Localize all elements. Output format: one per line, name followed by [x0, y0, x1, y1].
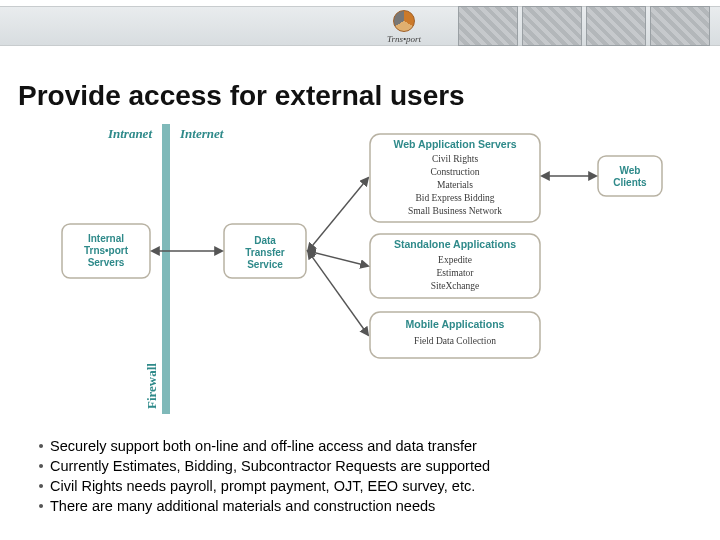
bullet-row: •Currently Estimates, Bidding, Subcontra…	[32, 456, 700, 476]
list-item: SiteXchange	[431, 281, 480, 291]
box-data-transfer-service: DataTransferService	[224, 224, 306, 278]
header-tile	[522, 6, 582, 46]
bullet-text: Civil Rights needs payroll, prompt payme…	[50, 476, 475, 496]
bullet-icon: •	[32, 456, 50, 476]
box-mobile-applications: Mobile Applications Field Data Collectio…	[370, 312, 540, 358]
box-web-clients: WebClients	[598, 156, 662, 196]
box-web-application-servers: Web Application Servers Civil Rights Con…	[370, 134, 540, 222]
bullet-list: •Securely support both on-line and off-l…	[32, 436, 700, 516]
list-item: Construction	[430, 167, 479, 177]
firewall-bar	[162, 124, 170, 414]
architecture-diagram: Firewall Intranet Internet InternalTrns•…	[52, 124, 672, 424]
svg-rect-5	[598, 156, 662, 196]
box-title: InternalTrns•portServers	[84, 233, 129, 268]
header-tile	[458, 6, 518, 46]
trnsport-logo: Trns•port	[374, 4, 434, 50]
bullet-text: Currently Estimates, Bidding, Subcontrac…	[50, 456, 490, 476]
list-item: Civil Rights	[432, 154, 478, 164]
bullet-row: •Civil Rights needs payroll, prompt paym…	[32, 476, 700, 496]
list-item: Bid Express Bidding	[415, 193, 494, 203]
list-item: Estimator	[437, 268, 475, 278]
page-title: Provide access for external users	[18, 80, 465, 112]
box-title: Standalone Applications	[394, 238, 516, 250]
header-tile	[650, 6, 710, 46]
box-title: Web Application Servers	[393, 138, 516, 150]
list-item: Materials	[437, 180, 473, 190]
internet-label: Internet	[179, 126, 224, 141]
bullet-icon: •	[32, 476, 50, 496]
bullet-row: •Securely support both on-line and off-l…	[32, 436, 700, 456]
header-photo-tiles	[458, 6, 710, 46]
box-internal-servers: InternalTrns•portServers	[62, 224, 150, 278]
firewall-label: Firewall	[144, 363, 159, 409]
list-item: Field Data Collection	[414, 336, 496, 346]
intranet-label: Intranet	[107, 126, 152, 141]
bullet-text: There are many additional materials and …	[50, 496, 435, 516]
box-standalone-applications: Standalone Applications Expedite Estimat…	[370, 234, 540, 298]
header-tile	[586, 6, 646, 46]
slide-header: Trns•port	[0, 0, 720, 56]
box-title: Mobile Applications	[406, 318, 505, 330]
list-item: Expedite	[438, 255, 472, 265]
list-item: Small Business Network	[408, 206, 502, 216]
logo-globe-icon	[393, 10, 415, 32]
bullet-text: Securely support both on-line and off-li…	[50, 436, 477, 456]
arrow-dts-was	[308, 178, 368, 251]
bullet-icon: •	[32, 436, 50, 456]
logo-text: Trns•port	[387, 34, 421, 44]
bullet-row: •There are many additional materials and…	[32, 496, 700, 516]
bullet-icon: •	[32, 496, 50, 516]
